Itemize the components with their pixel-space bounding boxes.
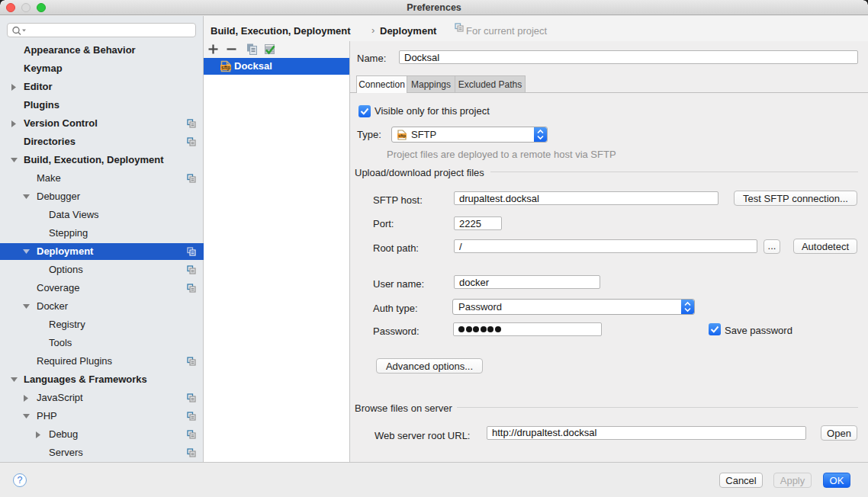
svg-text:sftp: sftp — [221, 65, 230, 71]
svg-text:sftp: sftp — [398, 133, 407, 138]
